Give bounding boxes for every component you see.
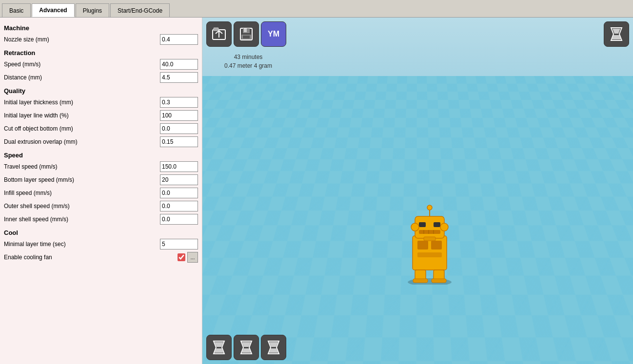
enable-cooling-fan-label: Enable cooling fan — [4, 254, 178, 261]
travel-speed-label: Travel speed (mm/s) — [4, 163, 160, 170]
svg-rect-18 — [419, 230, 440, 234]
svg-marker-48 — [269, 348, 278, 353]
bottom-layer-speed-label: Bottom layer speed (mm/s) — [4, 176, 160, 183]
retraction-speed-input[interactable] — [160, 59, 198, 70]
nozzle-size-input[interactable] — [160, 34, 198, 45]
cooling-fan-checkbox-area: ... — [178, 252, 198, 263]
initial-layer-thickness-label: Initial layer thickness (mm) — [4, 99, 160, 106]
field-bottom-layer-speed: Bottom layer speed (mm/s) — [4, 174, 198, 186]
tab-plugins[interactable]: Plugins — [76, 3, 109, 17]
infill-speed-input[interactable] — [160, 188, 198, 198]
save-button[interactable] — [234, 21, 259, 47]
hourglass-icon-1 — [212, 340, 226, 355]
minimal-layer-time-input[interactable] — [160, 239, 198, 249]
svg-point-25 — [440, 223, 448, 231]
infill-speed-label: Infill speed (mm/s) — [4, 190, 160, 196]
initial-layer-line-width-label: Initial layer line width (%) — [4, 112, 160, 119]
print-time: 43 minutes — [206, 53, 290, 61]
print-info: 43 minutes 0.47 meter 4 gram — [206, 53, 290, 70]
tab-advanced[interactable]: Advanced — [32, 3, 74, 17]
svg-rect-5 — [244, 28, 247, 32]
field-outer-shell-speed: Outer shell speed (mm/s) — [4, 200, 198, 212]
profile-button[interactable]: YM — [261, 21, 286, 47]
field-nozzle-size: Nozzle size (mm) — [4, 34, 198, 45]
field-retraction-distance: Distance (mm) — [4, 72, 198, 83]
cut-off-object-bottom-label: Cut off object bottom (mm) — [4, 125, 160, 132]
cut-off-object-bottom-input[interactable] — [160, 123, 198, 134]
section-speed-title: Speed — [4, 152, 198, 159]
section-cool-title: Cool — [4, 229, 198, 236]
retraction-distance-input[interactable] — [160, 72, 198, 83]
save-icon — [239, 27, 254, 41]
svg-rect-33 — [432, 279, 446, 283]
hourglass-icon-3 — [266, 340, 281, 355]
bottom-layer-speed-input[interactable] — [160, 174, 198, 185]
field-infill-speed: Infill speed (mm/s) — [4, 187, 198, 199]
load-icon — [212, 27, 226, 41]
outer-shell-speed-input[interactable] — [160, 201, 198, 211]
bottom-btn-3[interactable] — [261, 335, 286, 360]
inner-shell-speed-label: Inner shell speed (mm/s) — [4, 216, 160, 223]
section-quality-title: Quality — [4, 87, 198, 95]
robot-svg — [400, 197, 459, 285]
retraction-distance-label: Distance (mm) — [4, 74, 160, 81]
dual-extrusion-overlap-input[interactable] — [160, 136, 198, 147]
hourglass-top-right-icon — [609, 26, 624, 42]
svg-point-23 — [427, 205, 432, 210]
svg-rect-2 — [214, 28, 218, 31]
cooling-fan-dots-button[interactable]: ... — [187, 252, 198, 263]
section-machine-title: Machine — [4, 24, 198, 32]
svg-rect-15 — [415, 216, 444, 238]
svg-point-24 — [411, 223, 419, 231]
load-model-button[interactable] — [206, 21, 232, 47]
bottom-btn-1[interactable] — [206, 335, 232, 360]
minimal-layer-time-label: Minimal layer time (sec) — [4, 241, 160, 248]
tabs-bar: Basic Advanced Plugins Start/End-GCode — [0, 0, 633, 18]
enable-cooling-fan-checkbox[interactable] — [178, 253, 185, 261]
svg-rect-7 — [243, 36, 250, 38]
field-travel-speed: Travel speed (mm/s) — [4, 161, 198, 172]
svg-rect-17 — [434, 222, 440, 227]
top-right-view-button[interactable] — [604, 21, 629, 47]
field-inner-shell-speed: Inner shell speed (mm/s) — [4, 213, 198, 225]
svg-rect-28 — [417, 252, 442, 257]
field-dual-extrusion-overlap: Dual extrusion overlap (mm) — [4, 136, 198, 148]
hourglass-icon-2 — [239, 340, 254, 355]
viewport: YM 43 minutes 0.47 meter 4 gram — [202, 18, 633, 364]
inner-shell-speed-input[interactable] — [160, 214, 198, 225]
initial-layer-thickness-input[interactable] — [160, 97, 198, 108]
svg-marker-43 — [242, 348, 251, 353]
field-initial-layer-thickness: Initial layer thickness (mm) — [4, 96, 198, 108]
main-area: Machine Nozzle size (mm) Retraction Spee… — [0, 18, 633, 364]
field-retraction-speed: Speed (mm/s) — [4, 58, 198, 70]
svg-rect-16 — [419, 222, 426, 227]
outer-shell-speed-label: Outer shell speed (mm/s) — [4, 203, 160, 210]
svg-rect-32 — [413, 279, 428, 283]
travel-speed-input[interactable] — [160, 161, 198, 172]
bottom-btn-2[interactable] — [234, 335, 259, 360]
tab-start-end-gcode[interactable]: Start/End-GCode — [110, 3, 170, 17]
field-minimal-layer-time: Minimal layer time (sec) — [4, 238, 198, 250]
field-initial-layer-line-width: Initial layer line width (%) — [4, 110, 198, 121]
field-cut-off-object-bottom: Cut off object bottom (mm) — [4, 123, 198, 134]
svg-marker-11 — [613, 29, 620, 34]
section-retraction-title: Retraction — [4, 49, 198, 57]
retraction-speed-label: Speed (mm/s) — [4, 61, 160, 68]
left-panel: Machine Nozzle size (mm) Retraction Spee… — [0, 18, 202, 364]
toolbar-bottom — [206, 335, 286, 360]
robot-model — [400, 197, 459, 286]
toolbar-top: YM — [206, 21, 286, 47]
avatar-label: YM — [268, 30, 279, 38]
row-enable-cooling-fan: Enable cooling fan ... — [4, 251, 198, 263]
initial-layer-line-width-input[interactable] — [160, 110, 198, 121]
tab-basic[interactable]: Basic — [2, 3, 31, 17]
svg-rect-27 — [431, 241, 442, 249]
svg-rect-29 — [424, 237, 435, 241]
print-material: 0.47 meter 4 gram — [206, 61, 290, 70]
svg-rect-26 — [417, 241, 428, 249]
nozzle-size-label: Nozzle size (mm) — [4, 36, 160, 43]
dual-extrusion-overlap-label: Dual extrusion overlap (mm) — [4, 138, 160, 145]
svg-marker-38 — [215, 348, 223, 353]
